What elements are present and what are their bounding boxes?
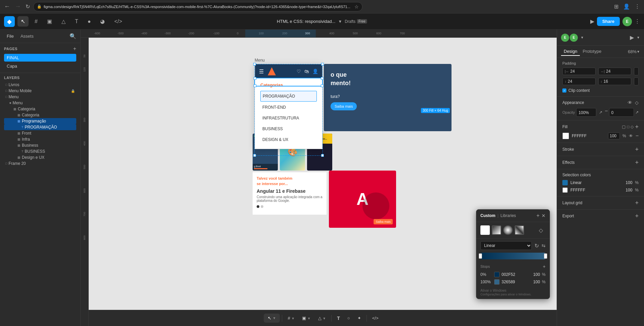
text-tool[interactable]: T <box>72 16 82 27</box>
gp-stop-handle-right[interactable] <box>544 253 547 259</box>
fill-lib-icon[interactable]: □ <box>627 124 629 129</box>
gp-swap-btn[interactable]: ⇆ <box>542 243 546 248</box>
layer-frame20[interactable]: □ Frame 20 <box>4 160 76 167</box>
rect-tool-btn[interactable]: ▣ ▼ <box>299 314 314 323</box>
padding-top-value[interactable] <box>568 79 578 84</box>
clip-content-checkbox[interactable]: ✓ <box>562 88 566 93</box>
frame-tool[interactable]: # <box>31 16 41 27</box>
code-view-btn[interactable]: </> <box>369 314 382 323</box>
opacity-value-input[interactable] <box>578 110 592 115</box>
appearance-gem-icon[interactable]: ◇ <box>635 100 639 105</box>
gp-gradient-angle-swatch[interactable] <box>515 225 524 235</box>
padding-link-btn[interactable]: ​ <box>634 77 639 85</box>
prototype-tab[interactable]: Prototype <box>580 47 604 56</box>
padding-right-input[interactable]: ↔| <box>598 68 632 75</box>
menu-mobile-frame[interactable]: ☰ ♡ 🛍 👤 Categorias PROGRAMAÇÃO 300 Fil <box>255 64 323 149</box>
fill-eye-btn[interactable]: 👁 <box>629 134 633 138</box>
corner-expand-icon[interactable]: ↗ <box>635 110 639 115</box>
layer-front[interactable]: ▩ Front <box>4 130 76 136</box>
layer-programacao[interactable]: ▩ Programação <box>4 118 76 124</box>
back-button[interactable]: ← <box>3 2 11 11</box>
layer-programacao-text[interactable]: T PROGRAMAÇÃO <box>4 124 76 130</box>
menu-item-front[interactable]: FRONT-END <box>260 102 317 112</box>
rs-play-btn[interactable]: ▶ <box>630 34 634 41</box>
more-options-btn[interactable]: ⋮ <box>635 18 640 25</box>
gp-reverse-btn[interactable]: ↻ <box>534 243 539 249</box>
fill-hex-value[interactable]: FFFFFF <box>572 134 605 138</box>
vector-tool-btn[interactable]: △ ▼ <box>315 314 330 323</box>
layer-design[interactable]: ▩ Design e UX <box>4 154 76 160</box>
gp-custom-tab[interactable]: Custom <box>480 213 496 218</box>
layer-business[interactable]: ▩ Business <box>4 142 76 148</box>
fill-remove-btn[interactable]: − <box>636 133 639 139</box>
gp-gradient-radial-swatch[interactable] <box>503 225 513 235</box>
menu-item-programacao[interactable]: PROGRAMAÇÃO <box>260 91 317 102</box>
padding-bottom-value[interactable] <box>604 79 614 84</box>
fill-opacity-input[interactable] <box>608 133 620 139</box>
share-button[interactable]: Share <box>597 17 620 26</box>
gp-diamond-btn[interactable]: ◇ <box>536 225 546 235</box>
appearance-eye-icon[interactable]: 👁 <box>628 100 632 105</box>
corner-input[interactable] <box>609 108 634 117</box>
gp-stop-handle-left[interactable] <box>479 253 482 259</box>
file-dropdown-btn[interactable]: ▼ <box>338 19 342 24</box>
layer-categoria-group[interactable]: ▩ Categoria <box>4 106 76 112</box>
ellipse-tool-btn[interactable]: ○ <box>344 314 353 323</box>
stop-1-swatch[interactable] <box>494 272 500 277</box>
rs-play-dropdown[interactable]: ▼ <box>637 36 640 39</box>
layer-categoria-2[interactable]: ▩ Categoria <box>4 112 76 118</box>
play-prototype-btn[interactable]: ▶ <box>590 18 594 25</box>
layer-menu-mobile[interactable]: □ Menu Mobile 🔒 <box>4 88 76 94</box>
layer-livros[interactable]: □ Livros <box>4 82 76 88</box>
layer-menu-child[interactable]: ■ Menu <box>4 100 76 106</box>
reload-button[interactable]: ↻ <box>24 2 31 11</box>
code-tool[interactable]: </> <box>111 16 125 27</box>
fill-style-icon[interactable]: ▢ <box>622 124 626 129</box>
layer-infra[interactable]: ▩ Infra <box>4 136 76 142</box>
expand-icon[interactable]: ↗ <box>599 110 602 115</box>
add-stop-btn[interactable]: + <box>543 264 546 269</box>
shapes-tool[interactable]: ▣ <box>44 16 55 27</box>
padding-unlink-btn[interactable]: ​ <box>634 67 639 75</box>
fill-swatch[interactable] <box>562 133 569 139</box>
sel-swatch-1[interactable] <box>562 180 568 185</box>
rs-dropdown-btn[interactable]: ▼ <box>581 36 584 39</box>
corner-value-input[interactable] <box>611 110 621 115</box>
menu-item-infra[interactable]: INFRAESTRUTURA <box>260 113 317 123</box>
menu-item-business[interactable]: BUSINESS <box>260 124 317 134</box>
layer-menu[interactable]: □ Menu <box>4 94 76 100</box>
design-tab[interactable]: Design <box>561 47 580 56</box>
zoom-dropdown-icon[interactable]: ▼ <box>637 50 640 53</box>
search-icon-btn[interactable]: 🔍 <box>70 33 76 39</box>
zoom-value[interactable]: 68% <box>628 49 637 54</box>
add-stroke-btn[interactable]: + <box>635 146 639 152</box>
padding-bottom-input[interactable]: ↕ <box>598 78 632 85</box>
profile-button[interactable]: 👤 <box>622 2 631 11</box>
gp-add-btn[interactable]: + <box>536 213 540 218</box>
vector-tool[interactable]: △ <box>58 16 69 27</box>
padding-top-input[interactable]: ↕ <box>562 78 596 85</box>
file-tab[interactable]: File <box>4 32 16 40</box>
page-item-final[interactable]: FINAL <box>4 54 76 62</box>
add-effects-btn[interactable]: + <box>635 159 639 166</box>
url-bar[interactable]: 🔒 figma.com/design/RrkTj5N4RVLqEch7s8luZ… <box>33 2 362 11</box>
forward-button[interactable]: → <box>13 2 22 11</box>
fill-diamond-icon[interactable]: ◇ <box>631 124 634 129</box>
add-export-btn[interactable]: + <box>635 213 639 219</box>
menu-button[interactable]: ⋮ <box>633 2 641 11</box>
add-fill-btn[interactable]: + <box>635 124 639 130</box>
add-page-btn[interactable]: + <box>73 46 76 52</box>
gp-libraries-tab[interactable]: Libraries <box>501 213 516 218</box>
stop-2-swatch[interactable] <box>494 279 500 285</box>
padding-left-value[interactable] <box>570 69 581 74</box>
gp-close-btn[interactable]: ✕ <box>542 213 546 218</box>
bg-cta-btn[interactable]: Saiba mais <box>331 102 357 110</box>
gp-gradient-linear-swatch[interactable] <box>492 225 501 235</box>
select-tool-btn[interactable]: ↖ ▼ <box>264 314 280 323</box>
menu-item-design[interactable]: DESIGN & UX <box>260 135 317 145</box>
sel-swatch-2[interactable] <box>562 187 568 193</box>
page-item-capa[interactable]: Capa <box>4 62 76 70</box>
component-tool-btn[interactable]: ✦ <box>354 314 364 323</box>
text-tool-btn[interactable]: T <box>334 314 343 323</box>
padding-left-input[interactable]: |↔ <box>562 68 596 75</box>
